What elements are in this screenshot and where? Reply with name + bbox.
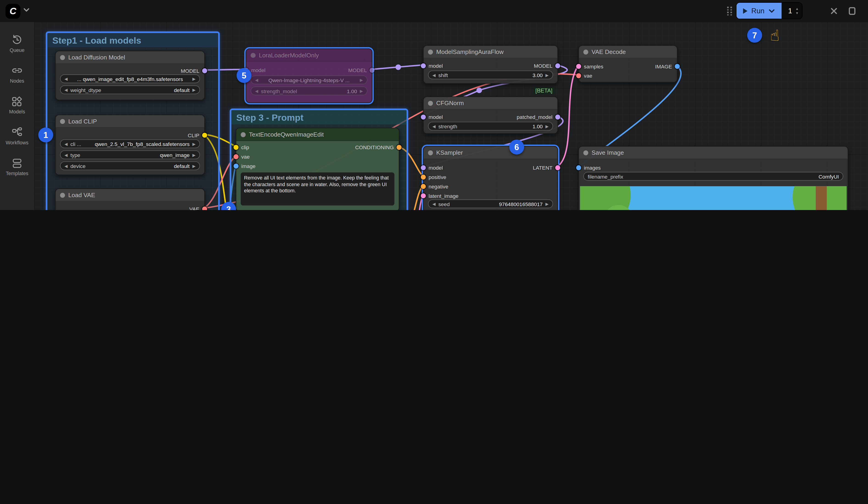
run-button[interactable]: Run: [736, 3, 782, 19]
next-arrow-icon[interactable]: ▶: [192, 163, 196, 168]
output-model[interactable]: MODEL: [348, 66, 374, 74]
widget-device[interactable]: ◀devicedefault▶: [60, 161, 200, 170]
model-pin[interactable]: [370, 68, 374, 73]
next-arrow-icon[interactable]: ▶: [192, 141, 196, 146]
input-model[interactable]: model: [421, 113, 443, 121]
sidebar-item-workflows[interactable]: Workflows: [0, 127, 34, 145]
comfyui-logo-icon[interactable]: C: [6, 4, 20, 19]
output-model[interactable]: MODEL: [534, 62, 560, 70]
node-lora-loader[interactable]: LoraLoaderModelOnly model MODEL ◀Qwen-Im…: [246, 49, 372, 103]
node-load-clip[interactable]: Load CLIP CLIP ◀cli ...qwen_2.5_vl_7b_fp…: [55, 114, 205, 175]
node-save-image[interactable]: Save Image images filename_prefixComfyUI: [578, 146, 848, 210]
group-step3-title[interactable]: Step 3 - Prompt: [231, 110, 406, 124]
latent-pin[interactable]: [576, 64, 581, 69]
widget-lora-name[interactable]: ◀Qwen-Image-Lightning-4steps-V ...▶: [251, 75, 368, 84]
next-arrow-icon[interactable]: ▶: [192, 152, 196, 157]
collapse-dot[interactable]: [60, 119, 65, 124]
widget-strength[interactable]: ◀strength1.00▶: [428, 122, 553, 130]
node-graph-canvas[interactable]: Step1 - Load models Step 2 - Upload imag…: [34, 22, 868, 210]
collapse-dot[interactable]: [251, 53, 256, 58]
output-conditioning[interactable]: CONDITIONING: [355, 143, 402, 151]
widget-filename-prefix[interactable]: filename_prefixComfyUI: [583, 172, 844, 181]
input-images[interactable]: images: [576, 164, 601, 172]
sidebar-item-queue[interactable]: Queue: [0, 34, 34, 53]
output-model[interactable]: MODEL: [181, 66, 207, 74]
latent-pin[interactable]: [555, 165, 560, 170]
widget-strength-model[interactable]: ◀strength_model1.00▶: [251, 86, 368, 95]
input-positive[interactable]: positive: [421, 173, 446, 181]
collapse-dot[interactable]: [241, 132, 246, 137]
next-arrow-icon[interactable]: ▶: [360, 88, 363, 93]
node-cfgnorm[interactable]: CFGNorm model patched_model ◀strength1.0…: [423, 96, 558, 134]
output-patched-model[interactable]: patched_model: [517, 113, 560, 121]
widget-type[interactable]: ◀typeqwen_image▶: [60, 150, 200, 159]
output-vae[interactable]: VAE: [189, 205, 207, 210]
node-load-vae[interactable]: Load VAE VAE ◀vae_nameqwen_image_vae.saf…: [55, 188, 205, 210]
widget-unet-name[interactable]: ◀... qwen_image_edit_fp8_e4m3fn.safetens…: [60, 74, 200, 83]
output-latent[interactable]: LATENT: [533, 164, 560, 172]
prev-arrow-icon[interactable]: ◀: [64, 163, 68, 168]
collapse-dot[interactable]: [428, 101, 433, 105]
prev-arrow-icon[interactable]: ◀: [255, 78, 258, 82]
widget-clip-name[interactable]: ◀cli ...qwen_2.5_vl_7b_fp8_scaled.safete…: [60, 139, 200, 148]
image-pin[interactable]: [576, 165, 581, 170]
group-step1-title[interactable]: Step1 - Load models: [47, 33, 218, 47]
next-arrow-icon[interactable]: ▶: [546, 73, 549, 78]
input-latent-image[interactable]: latent_image: [421, 192, 458, 199]
model-pin[interactable]: [202, 68, 207, 73]
widget-shift[interactable]: ◀shift3.00▶: [428, 71, 553, 79]
output-image[interactable]: IMAGE: [655, 62, 680, 70]
node-vae-decode[interactable]: VAE Decode samples vae IMAGE: [578, 45, 678, 83]
input-negative[interactable]: negative: [421, 182, 448, 190]
prev-arrow-icon[interactable]: ◀: [255, 88, 258, 93]
next-arrow-icon[interactable]: ▶: [192, 76, 196, 81]
input-vae[interactable]: vae: [576, 72, 592, 80]
reroute-dot[interactable]: [476, 88, 482, 93]
prev-arrow-icon[interactable]: ◀: [64, 76, 68, 81]
input-image[interactable]: image: [234, 162, 256, 170]
next-arrow-icon[interactable]: ▶: [192, 87, 196, 92]
prev-arrow-icon[interactable]: ◀: [64, 141, 68, 146]
node-ksampler[interactable]: KSampler model positive negative latent_…: [423, 146, 558, 210]
conditioning-pin[interactable]: [421, 174, 426, 179]
input-model[interactable]: model: [421, 164, 443, 172]
clip-pin[interactable]: [234, 145, 239, 150]
input-clip[interactable]: clip: [234, 143, 249, 151]
prompt-textarea[interactable]: Remove all UI text elements from the ima…: [241, 172, 394, 205]
prev-arrow-icon[interactable]: ◀: [432, 73, 436, 78]
latent-pin[interactable]: [421, 193, 426, 198]
sidebar-item-models[interactable]: Models: [0, 96, 34, 115]
widget-seed[interactable]: ◀seed976480016588017▶: [428, 199, 553, 208]
prev-arrow-icon[interactable]: ◀: [432, 124, 436, 129]
prev-arrow-icon[interactable]: ◀: [64, 152, 68, 157]
model-pin[interactable]: [555, 63, 560, 68]
run-panel-drag-handle[interactable]: [727, 7, 733, 16]
collapse-dot[interactable]: [428, 150, 433, 155]
model-pin[interactable]: [421, 165, 426, 170]
model-pin[interactable]: [421, 63, 426, 68]
prev-arrow-icon[interactable]: ◀: [64, 87, 68, 92]
sidebar-item-nodes[interactable]: Nodes: [0, 65, 34, 84]
collapse-dot[interactable]: [583, 150, 588, 155]
model-pin[interactable]: [555, 114, 560, 119]
node-load-diffusion-model[interactable]: Load Diffusion Model MODEL ◀... qwen_ima…: [55, 51, 205, 100]
vae-pin[interactable]: [202, 206, 207, 210]
widget-weight-dtype[interactable]: ◀weight_dtypedefault▶: [60, 85, 200, 94]
reroute-dot[interactable]: [395, 64, 401, 70]
node-text-encode-positive[interactable]: TextEncodeQwenImageEdit clip vae image C…: [236, 128, 399, 210]
maximize-icon[interactable]: [847, 6, 857, 16]
collapse-dot[interactable]: [428, 49, 433, 54]
node-model-sampling-auraflow[interactable]: ModelSamplingAuraFlow model MODEL ◀shift…: [423, 45, 558, 84]
image-pin[interactable]: [675, 64, 680, 69]
input-vae[interactable]: vae: [234, 153, 250, 161]
image-pin[interactable]: [234, 163, 239, 168]
collapse-dot[interactable]: [583, 49, 588, 54]
vae-pin[interactable]: [234, 154, 239, 159]
workflow-menu-chevron-icon[interactable]: [23, 8, 30, 12]
next-arrow-icon[interactable]: ▶: [546, 124, 549, 129]
conditioning-pin[interactable]: [396, 145, 402, 150]
collapse-dot[interactable]: [60, 193, 65, 198]
conditioning-pin[interactable]: [421, 184, 426, 189]
next-arrow-icon[interactable]: ▶: [360, 78, 363, 82]
model-pin[interactable]: [421, 114, 426, 119]
